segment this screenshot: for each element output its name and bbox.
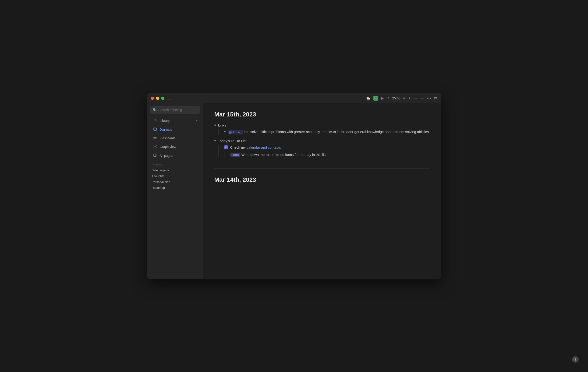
svg-rect-1 bbox=[155, 119, 155, 121]
bullet-text: Today's To-Do List ✓ Check my calendar a… bbox=[218, 138, 430, 159]
sub-bullet-write-todo: TODO Write down the rest of to-do items … bbox=[224, 152, 430, 157]
sidebar-item-flashcards[interactable]: Flashcards bbox=[149, 134, 201, 142]
search-input[interactable] bbox=[158, 108, 200, 112]
sidebar-item-label: All pages bbox=[160, 154, 198, 157]
entry-date: Mar 15th, 2023 bbox=[214, 111, 430, 118]
todo-list-label: Today's To-Do List bbox=[218, 139, 247, 143]
help-button[interactable]: ? bbox=[572, 356, 579, 363]
library-icon bbox=[153, 118, 158, 123]
sidebar-item-graph[interactable]: Graph view bbox=[149, 143, 201, 151]
gpt-description: can solve difficult problems with greate… bbox=[244, 130, 430, 134]
journal-entry-mar15: Mar 15th, 2023 Links [[GPT-4]] bbox=[214, 111, 430, 159]
close-button[interactable] bbox=[151, 97, 154, 100]
entry-date: Mar 14th, 2023 bbox=[214, 176, 430, 183]
pin-notes-label: Pin notes bbox=[147, 160, 203, 167]
sidebar-item-library[interactable]: Library ▾ bbox=[149, 116, 201, 125]
sidebar-icon[interactable]: ⬒ bbox=[434, 96, 437, 100]
calendar-icon bbox=[153, 127, 158, 132]
back-icon[interactable]: ← bbox=[414, 96, 418, 100]
sub-bullet-check-calendar: ✓ Check my calendar and contacts bbox=[224, 145, 430, 150]
checkbox-checked[interactable]: ✓ bbox=[224, 145, 228, 149]
checkbox-empty[interactable] bbox=[224, 153, 228, 156]
titlebar-right: ⛅ ▶ ↺ 25:00 # ✦ ← → ••• ⬒ bbox=[366, 93, 437, 103]
search-icon: 🔍 bbox=[153, 108, 157, 112]
svg-line-8 bbox=[154, 146, 155, 146]
infinity-icon bbox=[153, 136, 158, 140]
traffic-lights bbox=[151, 97, 164, 100]
todo-badge: TODO bbox=[230, 153, 241, 157]
bullet-text: Links [[GPT-4]] can solve difficult prob… bbox=[218, 123, 430, 136]
star-icon[interactable]: ✦ bbox=[408, 96, 411, 100]
cloud-icon[interactable]: ⛅ bbox=[366, 96, 371, 100]
menu-icon[interactable]: ☰ bbox=[168, 96, 171, 100]
graph-icon bbox=[153, 145, 158, 149]
check-calendar-text: Check my bbox=[230, 145, 247, 149]
dropdown-chevron: ▾ bbox=[196, 119, 198, 122]
pinned-item-thoughts[interactable]: Thoughts bbox=[147, 173, 203, 179]
svg-rect-2 bbox=[154, 128, 157, 130]
svg-rect-12 bbox=[154, 154, 156, 157]
sub-bullet-dot bbox=[224, 131, 226, 132]
timer-display: 25:00 bbox=[392, 96, 400, 100]
svg-line-9 bbox=[156, 146, 156, 146]
sub-bullet-text: [[GPT-4]] can solve difficult problems w… bbox=[228, 129, 430, 135]
sidebar-item-label: Flashcards bbox=[160, 136, 198, 140]
sidebar-item-allpages[interactable]: All pages bbox=[149, 151, 201, 160]
calendar-contacts-link[interactable]: calendar and contacts bbox=[247, 145, 281, 149]
play-icon[interactable]: ▶ bbox=[381, 96, 384, 100]
bullet-item-todo: Today's To-Do List ✓ Check my calendar a… bbox=[214, 138, 430, 159]
sidebar-item-journals[interactable]: Journals bbox=[149, 125, 201, 134]
pinned-item-personal-plan[interactable]: Personal plan bbox=[147, 179, 203, 185]
gpt-tag[interactable]: [[GPT-4]] bbox=[228, 130, 243, 134]
main-content: 🔍 Library ▾ bbox=[147, 103, 441, 279]
content-area: Mar 15th, 2023 Links [[GPT-4]] bbox=[203, 103, 441, 279]
maximize-button[interactable] bbox=[161, 97, 164, 100]
pages-icon bbox=[153, 153, 158, 158]
bullet-item-links: Links [[GPT-4]] can solve difficult prob… bbox=[214, 123, 430, 136]
sub-bullet-gpt4: [[GPT-4]] can solve difficult problems w… bbox=[224, 129, 430, 135]
more-icon[interactable]: ••• bbox=[427, 96, 431, 100]
sidebar-item-label: Library bbox=[160, 119, 194, 123]
minimize-button[interactable] bbox=[156, 97, 159, 100]
entry-divider bbox=[214, 168, 430, 169]
search-box[interactable]: 🔍 bbox=[150, 106, 200, 114]
titlebar: ☰ ⛅ ▶ ↺ 25:00 # ✦ ← → ••• ⬒ bbox=[147, 93, 441, 103]
bullet-dot bbox=[214, 124, 216, 126]
sub-bullet-text: Check my calendar and contacts bbox=[230, 145, 281, 150]
sub-bullets: [[GPT-4]] can solve difficult problems w… bbox=[218, 129, 430, 135]
sidebar-item-label: Graph view bbox=[160, 145, 198, 149]
hash-icon[interactable]: # bbox=[403, 96, 405, 100]
pinned-item-roadmap[interactable]: Roadmap bbox=[147, 185, 203, 191]
forward-icon[interactable]: → bbox=[420, 96, 424, 100]
pinned-item-side-projects[interactable]: Side projects bbox=[147, 167, 203, 173]
sub-bullets-todo: ✓ Check my calendar and contacts bbox=[218, 145, 430, 157]
sidebar: 🔍 Library ▾ bbox=[147, 103, 203, 279]
svg-rect-0 bbox=[154, 119, 154, 121]
svg-line-11 bbox=[156, 146, 156, 147]
app-window: ☰ ⛅ ▶ ↺ 25:00 # ✦ ← → ••• ⬒ 🔍 bbox=[147, 93, 441, 279]
write-todo-text: Write down the rest of to-do items for t… bbox=[241, 153, 326, 157]
journal-entry-mar14: Mar 14th, 2023 bbox=[214, 176, 430, 183]
green-square-button[interactable] bbox=[373, 96, 378, 101]
bullet-dot bbox=[214, 140, 216, 141]
sidebar-item-label: Journals bbox=[160, 128, 198, 131]
bullet-list: Links [[GPT-4]] can solve difficult prob… bbox=[214, 123, 430, 159]
bullet-label: Links bbox=[218, 123, 226, 127]
refresh-icon[interactable]: ↺ bbox=[387, 96, 389, 100]
svg-line-10 bbox=[154, 146, 155, 147]
sub-bullet-text: TODO Write down the rest of to-do items … bbox=[230, 152, 327, 157]
svg-point-3 bbox=[155, 146, 156, 147]
